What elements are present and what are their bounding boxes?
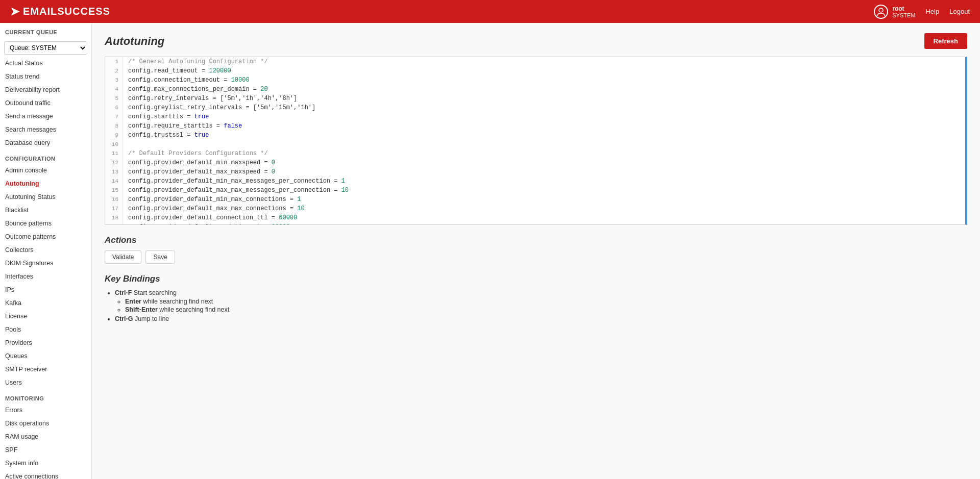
line-code bbox=[123, 140, 128, 149]
monitoring-nav: ErrorsDisk operationsRAM usageSPFSystem … bbox=[0, 404, 91, 479]
sidebar-item-interfaces[interactable]: Interfaces bbox=[0, 270, 91, 283]
code-line: 1/* General AutoTuning Configuration */ bbox=[105, 57, 965, 66]
main-content: Autotuning Refresh 1/* General AutoTunin… bbox=[92, 23, 980, 479]
line-code: config.read_timeout = 120000 bbox=[123, 66, 231, 75]
line-code: /* General AutoTuning Configuration */ bbox=[123, 57, 268, 66]
code-line: 5config.retry_intervals = ['5m','1h','4h… bbox=[105, 94, 965, 103]
line-number: 10 bbox=[105, 140, 123, 149]
sidebar-item-active-connections[interactable]: Active connections bbox=[0, 470, 91, 479]
code-line: 13config.provider_default_max_maxspeed =… bbox=[105, 167, 965, 177]
config-section-label: CONFIGURATION bbox=[0, 149, 91, 164]
keybinding-item: Ctrl-G Jump to line bbox=[115, 315, 967, 322]
sidebar-item-errors[interactable]: Errors bbox=[0, 404, 91, 417]
sidebar-item-queues[interactable]: Queues bbox=[0, 349, 91, 363]
sidebar-item-dkim-signatures[interactable]: DKIM Signatures bbox=[0, 257, 91, 270]
line-code: config.require_starttls = false bbox=[123, 121, 242, 131]
line-number: 18 bbox=[105, 213, 123, 222]
sidebar-item-admin-console[interactable]: Admin console bbox=[0, 164, 91, 177]
line-number: 14 bbox=[105, 177, 123, 186]
sidebar: CURRENT QUEUE Queue: SYSTEM Actual Statu… bbox=[0, 23, 92, 479]
keybinding-sub-item: Shift-Enter while searching find next bbox=[125, 306, 967, 313]
main-header: Autotuning Refresh bbox=[105, 33, 967, 49]
page-title: Autotuning bbox=[105, 35, 164, 48]
sidebar-item-outcome-patterns[interactable]: Outcome patterns bbox=[0, 230, 91, 243]
sidebar-item-system-info[interactable]: System info bbox=[0, 457, 91, 470]
sidebar-item-kafka[interactable]: Kafka bbox=[0, 296, 91, 310]
sidebar-item-spf[interactable]: SPF bbox=[0, 443, 91, 457]
keybindings-list: Ctrl-F Start searchingEnter while search… bbox=[105, 289, 967, 322]
line-number: 16 bbox=[105, 195, 123, 204]
config-nav: Admin consoleAutotuningAutotuning Status… bbox=[0, 164, 91, 389]
code-line: 7config.starttls = true bbox=[105, 112, 965, 121]
code-line: 17config.provider_default_max_max_connec… bbox=[105, 204, 965, 213]
line-code: config.provider_default_max_maxspeed = 0 bbox=[123, 167, 275, 177]
line-number: 12 bbox=[105, 158, 123, 167]
code-line: 2config.read_timeout = 120000 bbox=[105, 66, 965, 75]
line-number: 5 bbox=[105, 94, 123, 103]
sidebar-item-license[interactable]: License bbox=[0, 310, 91, 323]
refresh-button[interactable]: Refresh bbox=[924, 33, 967, 49]
sidebar-item-ram-usage[interactable]: RAM usage bbox=[0, 430, 91, 443]
code-editor[interactable]: 1/* General AutoTuning Configuration */2… bbox=[105, 57, 967, 225]
sidebar-item-search-messages[interactable]: Search messages bbox=[0, 123, 91, 136]
code-line: 4config.max_connections_per_domain = 20 bbox=[105, 85, 965, 94]
validate-button[interactable]: Validate bbox=[105, 250, 141, 264]
line-number: 15 bbox=[105, 186, 123, 195]
line-code: config.retry_intervals = ['5m','1h','4h'… bbox=[123, 94, 297, 103]
code-line: 3config.connection_timeout = 10000 bbox=[105, 75, 965, 85]
line-number: 19 bbox=[105, 222, 123, 225]
sidebar-item-autotuning-status[interactable]: Autotuning Status bbox=[0, 190, 91, 204]
sidebar-item-database-query[interactable]: Database query bbox=[0, 136, 91, 149]
header-right: root SYSTEM Help Logout bbox=[874, 5, 970, 19]
sidebar-item-actual-status[interactable]: Actual Status bbox=[0, 57, 91, 70]
current-queue-label: CURRENT QUEUE bbox=[0, 23, 91, 37]
sidebar-item-outbound-traffic[interactable]: Outbound traffic bbox=[0, 96, 91, 110]
monitoring-section-label: MONITORING bbox=[0, 389, 91, 404]
help-link[interactable]: Help bbox=[925, 8, 939, 15]
main-layout: CURRENT QUEUE Queue: SYSTEM Actual Statu… bbox=[0, 23, 980, 479]
sidebar-item-providers[interactable]: Providers bbox=[0, 336, 91, 349]
line-number: 11 bbox=[105, 149, 123, 158]
save-button[interactable]: Save bbox=[145, 250, 175, 264]
code-line: 12config.provider_default_min_maxspeed =… bbox=[105, 158, 965, 167]
line-code: config.provider_default_max_max_connecti… bbox=[123, 204, 305, 213]
queue-select[interactable]: Queue: SYSTEM bbox=[4, 41, 87, 55]
sidebar-item-bounce-patterns[interactable]: Bounce patterns bbox=[0, 217, 91, 230]
user-info: root SYSTEM bbox=[874, 5, 915, 19]
logout-link[interactable]: Logout bbox=[949, 8, 970, 15]
sidebar-item-collectors[interactable]: Collectors bbox=[0, 243, 91, 257]
code-line: 16config.provider_default_min_max_connec… bbox=[105, 195, 965, 204]
line-code: config.provider_default_min_maxspeed = 0 bbox=[123, 158, 275, 167]
keybindings-title: Key Bindings bbox=[105, 274, 967, 284]
svg-point-0 bbox=[879, 8, 883, 12]
sidebar-item-pools[interactable]: Pools bbox=[0, 323, 91, 336]
keybindings-section: Key Bindings Ctrl-F Start searchingEnter… bbox=[105, 274, 967, 322]
sidebar-item-blacklist[interactable]: Blacklist bbox=[0, 204, 91, 217]
sidebar-item-deliverability-report[interactable]: Deliverability report bbox=[0, 83, 91, 96]
line-number: 17 bbox=[105, 204, 123, 213]
sidebar-item-smtp-receiver[interactable]: SMTP receiver bbox=[0, 363, 91, 376]
line-number: 1 bbox=[105, 57, 123, 66]
logo-text: EMAILSUCCESS bbox=[23, 6, 110, 17]
code-line: 8config.require_starttls = false bbox=[105, 121, 965, 131]
app-logo: ➤ EMAILSUCCESS bbox=[10, 5, 110, 18]
code-line: 19config.provider_default_read_timeout =… bbox=[105, 222, 965, 225]
code-line: 9config.trustssl = true bbox=[105, 131, 965, 140]
line-code: config.trustssl = true bbox=[123, 131, 209, 140]
sidebar-item-autotuning[interactable]: Autotuning bbox=[0, 177, 91, 190]
line-number: 2 bbox=[105, 66, 123, 75]
sidebar-item-disk-operations[interactable]: Disk operations bbox=[0, 417, 91, 430]
line-code: config.provider_default_min_max_messages… bbox=[123, 177, 345, 186]
action-buttons: Validate Save bbox=[105, 250, 967, 264]
line-number: 7 bbox=[105, 112, 123, 121]
logo-arrow-icon: ➤ bbox=[10, 5, 20, 18]
keybinding-item: Ctrl-F Start searchingEnter while search… bbox=[115, 289, 967, 313]
sidebar-item-send-a-message[interactable]: Send a message bbox=[0, 110, 91, 123]
line-code: config.provider_default_connection_ttl =… bbox=[123, 213, 297, 222]
line-code: config.starttls = true bbox=[123, 112, 209, 121]
sidebar-item-status-trend[interactable]: Status trend bbox=[0, 70, 91, 83]
line-code: config.provider_default_max_max_messages… bbox=[123, 186, 349, 195]
line-code: config.provider_default_min_max_connecti… bbox=[123, 195, 301, 204]
sidebar-item-users[interactable]: Users bbox=[0, 376, 91, 389]
sidebar-item-ips[interactable]: IPs bbox=[0, 283, 91, 296]
